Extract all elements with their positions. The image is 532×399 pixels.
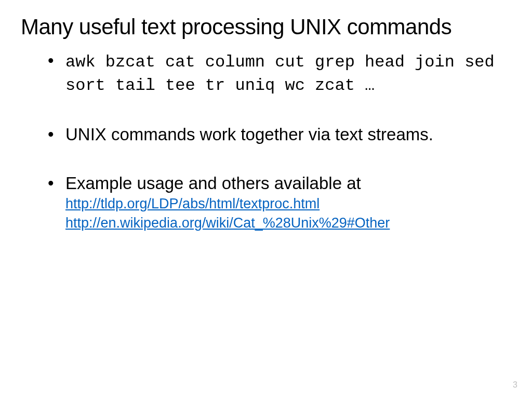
bullet-streams: UNIX commands work together via text str… <box>54 124 511 145</box>
streams-text: UNIX commands work together via text str… <box>65 125 433 144</box>
page-number: 3 <box>513 380 517 390</box>
bullet-list: awk bzcat cat column cut grep head join … <box>21 50 511 232</box>
bullet-examples: Example usage and others available at ht… <box>54 172 511 232</box>
slide-container: Many useful text processing UNIX command… <box>0 0 532 399</box>
link-wikipedia[interactable]: http://en.wikipedia.org/wiki/Cat_%28Unix… <box>65 214 511 232</box>
link-tldp[interactable]: http://tldp.org/LDP/abs/html/textproc.ht… <box>65 194 511 213</box>
bullet-commands: awk bzcat cat column cut grep head join … <box>54 50 511 97</box>
slide-title: Many useful text processing UNIX command… <box>21 15 511 39</box>
command-list-text: awk bzcat cat column cut grep head join … <box>65 52 495 95</box>
examples-text: Example usage and others available at <box>65 174 361 193</box>
